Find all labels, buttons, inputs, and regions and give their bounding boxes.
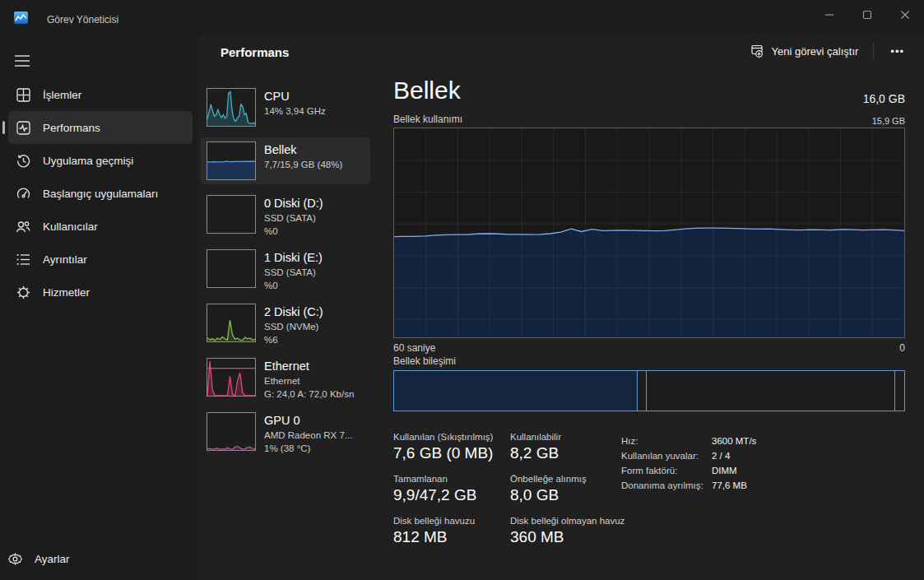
sidebar-item-islemler[interactable]: İşlemler — [8, 78, 193, 111]
users-icon — [15, 218, 31, 234]
composition-used-segment — [394, 371, 638, 411]
menu-toggle-button[interactable] — [12, 51, 33, 71]
list-item-ethernet[interactable]: Ethernet Ethernet G: 24,0 A: 72,0 Kb/sn — [201, 354, 370, 401]
list-item-disk1[interactable]: 1 Diski (E:) SSD (SATA) %0 — [201, 245, 370, 293]
x-axis-right-label: 0 — [899, 342, 905, 354]
sidebar: İşlemler Performans Uygulama geçmişi — [0, 33, 197, 580]
disk2-thumbnail-chart — [207, 304, 256, 342]
stat-paged-pool: Disk belleği havuzu 812 MB — [393, 515, 510, 548]
performance-icon — [15, 119, 31, 136]
selection-pill — [2, 121, 5, 134]
app-history-icon — [15, 152, 31, 169]
sidebar-item-baslangic-uygulamalari[interactable]: Başlangıç uygulamaları — [8, 177, 193, 210]
memory-usage-chart — [393, 128, 905, 338]
task-manager-window: Görev Yöneticisi İşl — [0, 0, 924, 580]
stat-committed: Tamamlanan 9,9/47,2 GB — [393, 473, 510, 506]
list-item-memory[interactable]: Bellek 7,7/15,9 GB (48%) — [201, 137, 370, 184]
kv-value: DIMM — [712, 463, 756, 478]
processes-icon — [15, 86, 31, 103]
content-panel: Performans Yeni görevi çalıştır ••• — [197, 33, 924, 580]
list-item-disk0[interactable]: 0 Diski (D:) SSD (SATA) %0 — [201, 191, 370, 239]
app-icon — [14, 12, 28, 24]
header-separator — [873, 42, 874, 60]
memory-composition-bar — [393, 370, 905, 411]
sidebar-item-performans[interactable]: Performans — [8, 111, 193, 144]
close-button[interactable] — [886, 0, 924, 30]
list-item-gpu[interactable]: GPU 0 AMD Radeon RX 7... 1% (38 °C) — [201, 408, 370, 456]
run-new-task-button[interactable]: Yeni görevi çalıştır — [742, 39, 867, 63]
titlebar: Görev Yöneticisi — [0, 0, 924, 33]
kv-value: 77,6 MB — [712, 478, 756, 493]
minimize-button[interactable] — [810, 0, 848, 30]
hamburger-icon — [15, 55, 30, 67]
disk0-thumbnail-chart — [207, 195, 256, 234]
disk1-thumbnail-chart — [207, 249, 256, 288]
usage-chart-max: 15,9 GB — [872, 116, 905, 126]
kv-value: 2 / 4 — [712, 448, 756, 463]
more-options-button[interactable]: ••• — [880, 39, 914, 63]
x-axis-left-label: 60 saniye — [393, 342, 435, 354]
details-icon — [15, 251, 31, 267]
settings-gear-icon — [7, 550, 23, 567]
sidebar-item-uygulama-gecmisi[interactable]: Uygulama geçmişi — [8, 144, 193, 177]
performance-list: CPU 14% 3,94 GHz Bellek 7,7/15,9 GB (48%… — [201, 84, 370, 456]
kv-label: Hız: — [621, 434, 712, 448]
cpu-thumbnail-chart — [207, 88, 256, 127]
window-title: Görev Yöneticisi — [47, 14, 118, 26]
sidebar-nav: İşlemler Performans Uygulama geçmişi — [0, 78, 197, 309]
maximize-icon — [862, 10, 872, 20]
new-task-icon — [750, 44, 764, 58]
composition-label: Bellek bileşimi — [393, 355, 456, 367]
memory-capacity: 16,0 GB — [863, 92, 905, 105]
list-item-cpu[interactable]: CPU 14% 3,94 GHz — [201, 84, 370, 131]
close-icon — [900, 10, 910, 20]
stat-used: Kullanılan (Sıkıştırılmış) 7,6 GB (0 MB) — [393, 431, 510, 464]
kv-label: Kullanılan yuvalar: — [621, 448, 712, 463]
stat-nonpaged-pool: Disk belleği olmayan havuz 360 MB — [510, 515, 691, 548]
detail-title: Bellek — [393, 77, 461, 104]
list-item-disk2[interactable]: 2 Diski (C:) SSD (NVMe) %6 — [201, 299, 370, 347]
composition-divider-1 — [646, 371, 647, 411]
kv-value: 3600 MT/s — [712, 434, 756, 448]
gpu-thumbnail-chart — [207, 412, 256, 451]
composition-divider-2 — [894, 371, 895, 411]
minimize-icon — [824, 10, 834, 20]
sidebar-item-kullanicilar[interactable]: Kullanıcılar — [8, 210, 193, 243]
services-icon — [15, 284, 31, 300]
sidebar-item-ayrintilar[interactable]: Ayrıntılar — [8, 243, 193, 276]
memory-thumbnail-chart — [207, 142, 256, 180]
maximize-button[interactable] — [848, 0, 886, 30]
window-controls — [810, 0, 924, 30]
content-header: Performans Yeni görevi çalıştır ••• — [197, 33, 924, 71]
kv-label: Form faktörü: — [621, 463, 712, 478]
sidebar-item-hizmetler[interactable]: Hizmetler — [8, 276, 193, 309]
run-new-task-label: Yeni görevi çalıştır — [772, 45, 859, 58]
usage-chart-label: Bellek kullanımı — [393, 114, 462, 125]
ethernet-thumbnail-chart — [207, 358, 256, 397]
startup-apps-icon — [15, 185, 31, 202]
hardware-info: Hız: 3600 MT/s Kullanılan yuvalar: 2 / 4… — [621, 434, 756, 493]
kv-label: Donanıma ayrılmış: — [621, 478, 712, 493]
sidebar-item-ayarlar[interactable]: Ayarlar — [0, 542, 197, 575]
page-title: Performans — [221, 45, 289, 59]
